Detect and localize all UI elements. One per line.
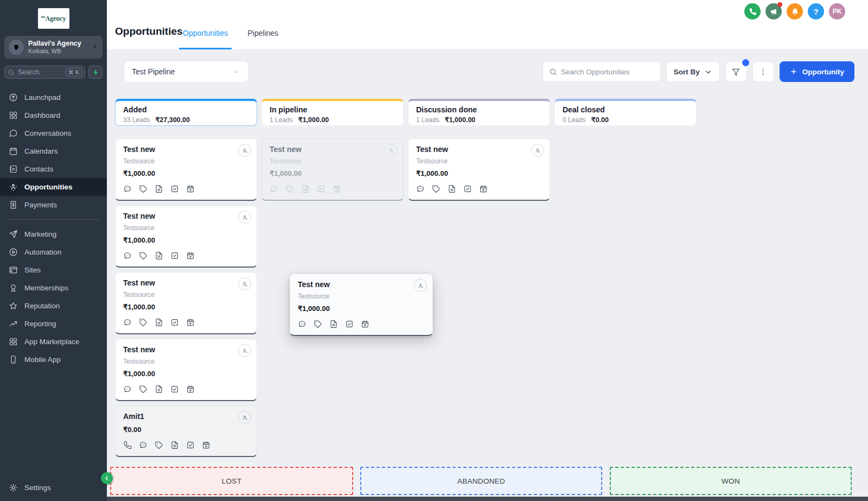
assign-user-button[interactable] [238, 277, 251, 290]
sort-by-button[interactable]: Sort By [666, 61, 720, 82]
dropzone-lost[interactable]: LOST [110, 467, 353, 495]
chat-bubble-icon[interactable] [416, 185, 425, 193]
assign-user-button[interactable] [238, 411, 251, 424]
opportunity-card[interactable]: Amit1₹0.00 [115, 405, 257, 457]
dropzone-abandoned[interactable]: ABANDONED [360, 467, 602, 495]
column-header[interactable]: In pipeline1 Leads₹1,000.00 [261, 99, 404, 126]
chat-bubble-icon[interactable] [123, 251, 132, 260]
chat-bubble-icon[interactable] [123, 185, 132, 193]
quick-actions-button[interactable] [88, 66, 103, 79]
tag-icon[interactable] [139, 251, 148, 260]
tab-pipelines[interactable]: Pipelines [244, 27, 282, 49]
calendar-add-icon[interactable] [186, 385, 195, 394]
task-check-icon[interactable] [170, 251, 179, 260]
assign-user-button[interactable] [238, 144, 251, 157]
assign-user-button[interactable] [531, 144, 544, 157]
dropzone-won[interactable]: WON [610, 467, 852, 495]
task-check-icon[interactable] [463, 185, 472, 193]
file-icon[interactable] [170, 441, 179, 449]
file-icon[interactable] [155, 185, 163, 193]
task-check-icon[interactable] [345, 320, 354, 328]
dashboard-icon [9, 111, 18, 120]
calendar-add-icon[interactable] [202, 441, 210, 449]
file-icon[interactable] [301, 185, 310, 193]
sidebar-item-dashboard[interactable]: Dashboard [0, 106, 107, 124]
pipeline-select[interactable]: Test Pipeline [124, 61, 248, 83]
file-icon[interactable] [448, 185, 456, 193]
opportunity-card[interactable]: Test newTestsource₹1,000.00 [115, 272, 257, 334]
file-icon[interactable] [155, 385, 163, 394]
sidebar-item-label: Mobile App [24, 356, 61, 364]
tag-icon[interactable] [139, 318, 148, 327]
sidebar-item-conversations[interactable]: Conversations [0, 124, 107, 142]
tag-icon[interactable] [285, 185, 294, 193]
column-header[interactable]: Deal closed0 Leads₹0.00 [554, 99, 697, 126]
sidebar-item-app-marketplace[interactable]: App Marketplace [0, 333, 107, 351]
sidebar-item-launchpad[interactable]: Launchpad [0, 88, 107, 106]
tag-icon[interactable] [139, 185, 148, 193]
help-button[interactable]: ? [808, 3, 824, 20]
chat-bubble-icon[interactable] [298, 320, 307, 328]
task-check-icon[interactable] [170, 185, 179, 193]
task-check-icon[interactable] [186, 441, 195, 449]
sidebar-item-payments[interactable]: Payments [0, 196, 107, 214]
assign-user-button[interactable] [238, 211, 251, 224]
more-options-button[interactable] [752, 61, 774, 82]
opportunity-card[interactable]: Test newTestsource₹1,000.00 [261, 138, 404, 201]
filter-button[interactable] [725, 61, 747, 82]
task-check-icon[interactable] [317, 185, 326, 193]
sidebar-item-reputation[interactable]: Reputation [0, 297, 107, 315]
tab-opportunities[interactable]: Opportunities [179, 27, 232, 49]
phone-icon[interactable] [123, 441, 132, 449]
sidebar-item-mobile-app[interactable]: Mobile App [0, 351, 107, 369]
tag-icon[interactable] [314, 320, 322, 328]
column-header[interactable]: Added33 Leads₹27,300.00 [115, 99, 257, 126]
calendar-add-icon[interactable] [479, 185, 488, 193]
profile-button[interactable]: PK [829, 3, 845, 20]
sidebar-item-settings[interactable]: Settings [9, 483, 51, 492]
calendar-add-icon[interactable] [333, 185, 341, 193]
assign-user-button[interactable] [385, 144, 398, 157]
opportunity-card[interactable]: Test newTestsource₹1,000.00 [408, 138, 550, 201]
tag-icon[interactable] [155, 441, 163, 449]
sidebar-item-reporting[interactable]: Reporting [0, 315, 107, 333]
sidebar-collapse-button[interactable] [101, 472, 113, 484]
sidebar-item-automation[interactable]: Automation [0, 243, 107, 261]
assign-user-button[interactable] [238, 344, 251, 357]
assign-user-button[interactable] [414, 279, 427, 292]
chat-bubble-icon[interactable] [139, 441, 148, 449]
add-opportunity-button[interactable]: Opportunity [780, 61, 854, 82]
task-check-icon[interactable] [170, 385, 179, 394]
chat-bubble-icon[interactable] [123, 318, 132, 327]
calendar-add-icon[interactable] [186, 185, 195, 193]
opportunity-card[interactable]: Test newTestsource₹1,000.00 [115, 205, 257, 268]
sidebar-item-contacts[interactable]: Contacts [0, 160, 107, 178]
tag-icon[interactable] [139, 385, 148, 394]
phone-button[interactable] [744, 3, 761, 20]
notifications-button[interactable] [787, 3, 803, 20]
sidebar-item-calendars[interactable]: Calendars [0, 142, 107, 160]
chat-bubble-icon[interactable] [123, 385, 132, 394]
task-check-icon[interactable] [170, 318, 179, 327]
column-header[interactable]: Discussion done1 Leads₹1,000.00 [408, 99, 550, 126]
opportunity-card[interactable]: Test newTestsource₹1,000.00 [115, 138, 257, 201]
sidebar-item-memberships[interactable]: Memberships [0, 279, 107, 297]
opportunity-search-input[interactable] [561, 68, 657, 76]
chat-bubble-icon[interactable] [270, 185, 278, 193]
calendar-add-icon[interactable] [361, 320, 369, 328]
file-icon[interactable] [329, 320, 338, 328]
calendar-add-icon[interactable] [186, 318, 195, 327]
agency-switcher[interactable]: Pallavi's Agency Kolkata, WB [4, 36, 103, 59]
sidebar-search-input[interactable]: Search ⌘ K [4, 66, 85, 79]
opportunity-card[interactable]: Test newTestsource₹1,000.00 [115, 339, 257, 401]
file-icon[interactable] [155, 318, 163, 327]
sidebar-item-marketing[interactable]: Marketing [0, 225, 107, 243]
opportunity-card[interactable]: Test newTestsource₹1,000.00 [290, 274, 433, 336]
tag-icon[interactable] [432, 185, 441, 193]
sidebar-item-opportunities[interactable]: Opportunities [0, 178, 107, 196]
announcements-button[interactable] [765, 3, 782, 20]
file-icon[interactable] [155, 251, 163, 260]
keyboard-shortcut-badge: ⌘ K [66, 68, 82, 77]
calendar-add-icon[interactable] [186, 251, 195, 260]
sidebar-item-sites[interactable]: Sites [0, 261, 107, 279]
